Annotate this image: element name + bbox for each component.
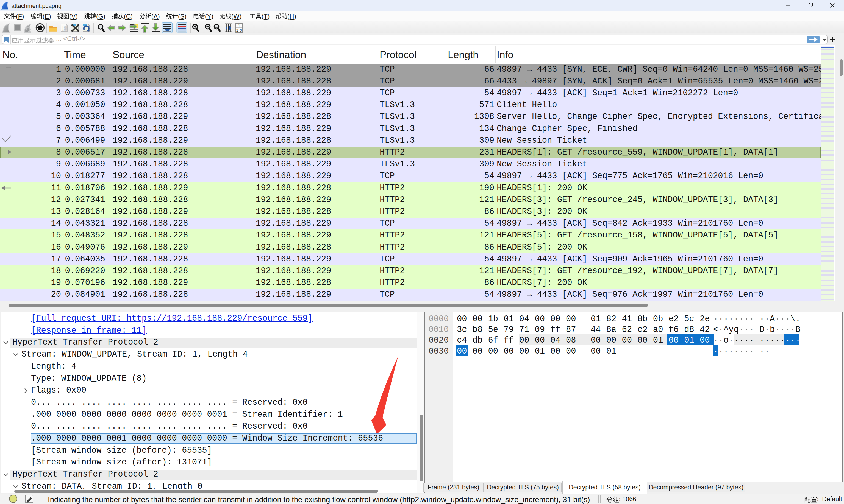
svg-text:1: 1 [238,24,240,28]
svg-text:2: 2 [236,29,238,32]
svg-text:3: 3 [240,29,242,32]
svg-text:0111: 0111 [62,30,68,32]
